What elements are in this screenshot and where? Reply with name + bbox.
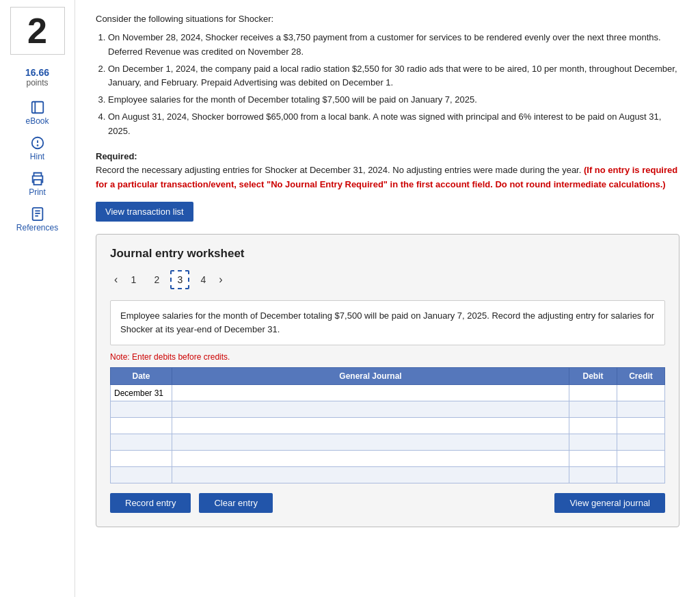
table-row (111, 385, 665, 401)
book-icon (30, 100, 45, 115)
list-item: Employee salaries for the month of Decem… (108, 93, 679, 107)
journal-input-row-0[interactable] (172, 385, 569, 401)
view-general-journal-button[interactable]: View general journal (554, 493, 665, 513)
debit-input-row-2[interactable] (569, 418, 617, 434)
main-content: Consider the following situations for Sh… (75, 0, 700, 597)
sidebar-item-references[interactable]: References (16, 207, 58, 233)
credit-input-row-0[interactable] (617, 385, 664, 401)
credit-input-row-3[interactable] (617, 434, 664, 450)
table-row (111, 434, 665, 451)
date-input-row-5[interactable] (111, 467, 172, 483)
situations-list: On November 28, 2024, Shocker receives a… (108, 31, 679, 139)
date-input-row-4[interactable] (111, 451, 172, 466)
points-value: 16.66 (25, 67, 49, 78)
debit-input-row-3[interactable] (569, 434, 617, 450)
credit-input-row-5[interactable] (617, 467, 664, 483)
svg-point-4 (37, 145, 38, 146)
journal-input-row-1[interactable] (172, 401, 569, 417)
worksheet-title: Journal entry worksheet (110, 247, 665, 261)
date-input-row-2[interactable] (111, 418, 172, 434)
debit-input-row-1[interactable] (569, 401, 617, 417)
required-text: Record the necessary adjusting entries f… (96, 165, 581, 175)
list-item: On December 1, 2024, the company paid a … (108, 62, 679, 91)
problem-number: 2 (10, 7, 65, 55)
hint-icon (30, 135, 45, 150)
tab-1[interactable]: 1 (124, 270, 143, 289)
date-input-row-0[interactable] (111, 385, 172, 401)
debit-input-row-0[interactable] (569, 385, 617, 401)
table-row (111, 418, 665, 434)
clear-entry-button[interactable]: Clear entry (199, 493, 273, 513)
debit-input-row-4[interactable] (569, 451, 617, 466)
sidebar: 2 16.66 points eBook Hint Print Referenc… (0, 0, 75, 597)
sidebar-item-print[interactable]: Print (29, 171, 46, 197)
table-row (111, 401, 665, 418)
date-input-row-3[interactable] (111, 434, 172, 450)
credit-input-row-2[interactable] (617, 418, 664, 434)
debit-input-row-5[interactable] (569, 467, 617, 483)
print-icon (30, 171, 45, 186)
col-credit: Credit (617, 368, 665, 385)
journal-input-row-3[interactable] (172, 434, 569, 450)
credit-input-row-4[interactable] (617, 451, 664, 466)
sidebar-item-ebook[interactable]: eBook (25, 100, 49, 126)
intro-text: Consider the following situations for Sh… (96, 14, 679, 24)
journal-table: Date General Journal Debit Credit (110, 367, 665, 483)
journal-input-row-4[interactable] (172, 451, 569, 466)
worksheet-container: Journal entry worksheet ‹ 1 2 3 4 › Empl… (96, 234, 679, 527)
table-row (111, 467, 665, 483)
col-date: Date (111, 368, 172, 385)
action-buttons: Record entry Clear entry View general jo… (110, 493, 665, 513)
list-item: On November 28, 2024, Shocker receives a… (108, 31, 679, 59)
col-general-journal: General Journal (172, 368, 569, 385)
tab-2[interactable]: 2 (147, 270, 166, 289)
list-item: On August 31, 2024, Shocker borrowed $65… (108, 110, 679, 139)
date-input-row-1[interactable] (111, 401, 172, 417)
prev-tab-button[interactable]: ‹ (110, 274, 122, 286)
record-entry-button[interactable]: Record entry (110, 493, 191, 513)
journal-input-row-2[interactable] (172, 418, 569, 434)
points-display: 16.66 points (25, 67, 49, 88)
svg-rect-5 (33, 180, 41, 185)
points-label: points (25, 78, 49, 88)
table-row (111, 451, 665, 467)
next-tab-button[interactable]: › (215, 274, 226, 286)
credit-input-row-1[interactable] (617, 401, 664, 417)
tab-3[interactable]: 3 (170, 270, 189, 289)
description-box: Employee salaries for the month of Decem… (110, 300, 665, 345)
view-transaction-button[interactable]: View transaction list (96, 202, 193, 222)
journal-input-row-5[interactable] (172, 467, 569, 483)
col-debit: Debit (569, 368, 617, 385)
svg-rect-0 (31, 102, 43, 114)
references-icon (30, 207, 45, 222)
sidebar-item-hint[interactable]: Hint (30, 135, 45, 161)
description-text: Employee salaries for the month of Decem… (120, 310, 654, 334)
required-section: Required: Record the necessary adjusting… (96, 150, 679, 192)
tab-navigation: ‹ 1 2 3 4 › (110, 270, 665, 289)
note-text: Note: Enter debits before credits. (110, 352, 665, 362)
tab-4[interactable]: 4 (193, 270, 213, 289)
required-label: Required: (96, 151, 137, 161)
